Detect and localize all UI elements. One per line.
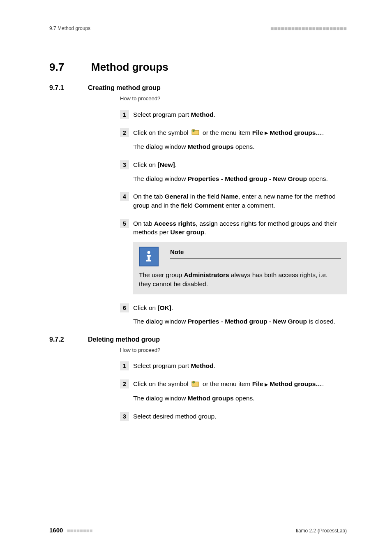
footer-dashes: ■■■■■■■■	[67, 527, 93, 534]
step-2-b: 2 Click on the symbol or the menu item F…	[120, 379, 347, 402]
note-text: The user group Administrators always has…	[139, 271, 341, 288]
svg-point-3	[148, 251, 150, 254]
step-result: The dialog window Properties - Method gr…	[133, 317, 347, 326]
step-text: On tab Access rights, assign access righ…	[133, 219, 347, 237]
info-icon	[139, 247, 159, 266]
step-6: 6 Click on [OK]. The dialog window Prope…	[120, 303, 347, 326]
page-header: 9.7 Method groups ■■■■■■■■■■■■■■■■■■■■■■	[49, 25, 347, 33]
step-number: 1	[120, 110, 129, 119]
step-number: 2	[120, 128, 129, 137]
svg-point-9	[193, 381, 194, 383]
page-footer: 1600 ■■■■■■■■ tiamo 2.2 (ProcessLab)	[49, 526, 347, 534]
step-text: Click on the symbol or the menu item Fil…	[133, 128, 347, 138]
h2-title: Creating method group	[88, 83, 161, 92]
step-number: 2	[120, 379, 129, 388]
svg-point-2	[193, 130, 194, 131]
h2-number: 9.7.2	[49, 335, 78, 344]
h2-number: 9.7.1	[49, 83, 78, 92]
heading-2-creating: 9.7.1 Creating method group	[49, 83, 347, 92]
step-5: 5 On tab Access rights, assign access ri…	[120, 219, 347, 294]
note-box: Note The user group Administrators alway…	[133, 242, 347, 294]
triangle-icon: ▶	[265, 382, 268, 388]
header-dashes: ■■■■■■■■■■■■■■■■■■■■■■	[270, 25, 347, 33]
step-text: Select program part Method.	[133, 361, 347, 370]
folder-icon	[191, 380, 200, 389]
h1-title: Method groups	[91, 60, 168, 74]
h1-number: 9.7	[49, 60, 78, 74]
step-text: Click on [New].	[133, 160, 347, 169]
step-text: Click on [OK].	[133, 303, 347, 312]
how-to-proceed: How to proceed?	[120, 95, 347, 102]
step-number: 3	[120, 412, 129, 421]
step-number: 5	[120, 219, 129, 228]
header-left: 9.7 Method groups	[49, 25, 90, 32]
folder-icon	[191, 129, 200, 138]
step-1: 1 Select program part Method.	[120, 110, 347, 119]
step-3: 3 Click on [New]. The dialog window Prop…	[120, 160, 347, 183]
heading-2-deleting: 9.7.2 Deleting method group	[49, 335, 347, 344]
step-number: 4	[120, 192, 129, 201]
step-2: 2 Click on the symbol or the menu item F…	[120, 128, 347, 151]
step-result: The dialog window Method groups opens.	[133, 142, 347, 151]
step-1-b: 1 Select program part Method.	[120, 361, 347, 370]
svg-rect-6	[146, 260, 151, 261]
step-text: On the tab General in the field Name, en…	[133, 192, 347, 210]
step-number: 6	[120, 303, 129, 312]
note-title: Note	[170, 248, 184, 255]
footer-product: tiamo 2.2 (ProcessLab)	[296, 527, 347, 534]
step-3-b: 3 Select desired method group.	[120, 412, 347, 421]
heading-1: 9.7 Method groups	[49, 60, 347, 74]
h2-title: Deleting method group	[88, 335, 160, 344]
step-4: 4 On the tab General in the field Name, …	[120, 192, 347, 210]
step-result: The dialog window Method groups opens.	[133, 394, 347, 403]
step-text: Select program part Method.	[133, 110, 347, 119]
triangle-icon: ▶	[265, 130, 268, 136]
page-number: 1600	[49, 527, 63, 534]
step-number: 3	[120, 160, 129, 169]
how-to-proceed: How to proceed?	[120, 347, 347, 354]
svg-rect-5	[148, 255, 150, 261]
step-result: The dialog window Properties - Method gr…	[133, 174, 347, 183]
step-text: Select desired method group.	[133, 412, 347, 421]
step-text: Click on the symbol or the menu item Fil…	[133, 379, 347, 389]
step-number: 1	[120, 361, 129, 370]
